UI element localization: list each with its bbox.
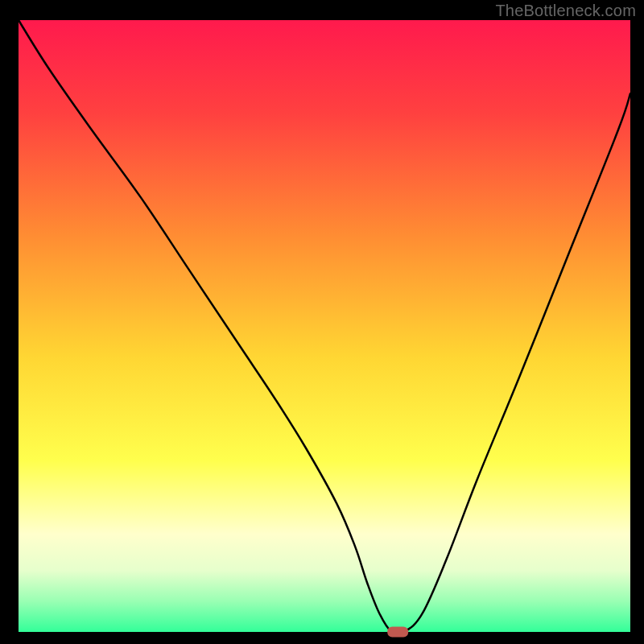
watermark-text: TheBottleneck.com <box>495 2 636 20</box>
optimal-marker <box>387 627 408 638</box>
bottleneck-chart <box>0 0 644 644</box>
plot-background <box>19 20 630 632</box>
